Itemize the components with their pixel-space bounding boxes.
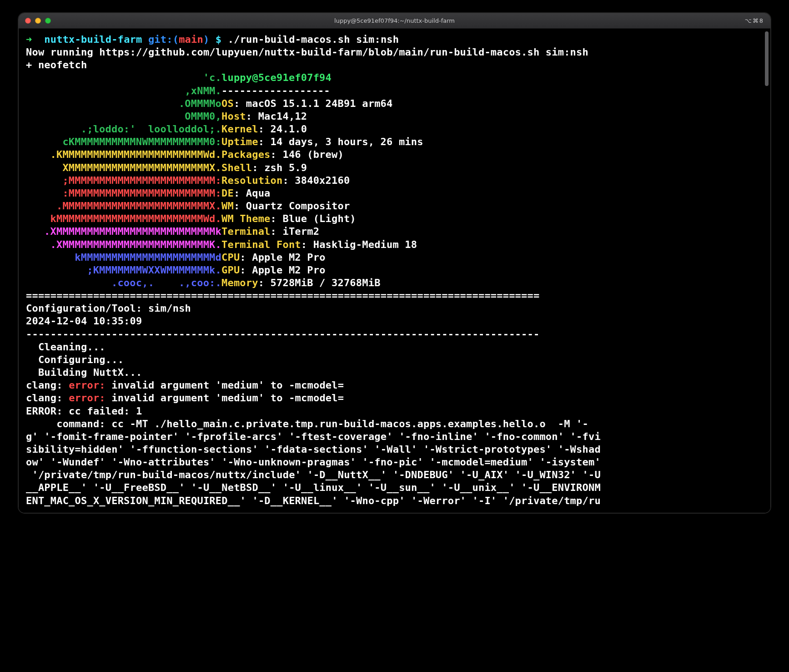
nf-val: Apple M2 Pro	[252, 264, 325, 276]
nf-val: 3840x2160	[295, 175, 350, 186]
prompt-git-close: )	[203, 34, 209, 45]
nf-val: Mac14,12	[258, 111, 307, 122]
window-title: luppy@5ce91ef07f94:~/nuttx-build-farm	[19, 17, 770, 24]
divider-equals: ========================================…	[26, 290, 539, 301]
divider-dashes: ----------------------------------------…	[26, 328, 539, 340]
nf-val: macOS 15.1.1 24B91 arm64	[246, 98, 393, 109]
nf-key: Host	[221, 111, 246, 122]
minimize-icon[interactable]	[35, 18, 41, 24]
nf-key: Resolution	[221, 175, 282, 186]
clang-error-line: clang: error: invalid argument 'medium' …	[26, 392, 344, 404]
nf-val: Hasklig-Medium 18	[313, 239, 417, 250]
nf-key: OS	[221, 98, 234, 109]
nf-key: Shell	[221, 162, 252, 173]
nf-val: Blue (Light)	[282, 213, 356, 224]
prompt-dir: nuttx-build-farm	[44, 34, 142, 45]
nf-val: zsh 5.9	[264, 162, 307, 173]
neofetch-block: 'c. ,xNMM. .OMMMMo OMMM0, .;loddo:' lool…	[26, 71, 423, 289]
nf-key: Kernel	[221, 123, 258, 135]
output-line: + neofetch	[26, 59, 87, 71]
nf-key: Memory	[221, 277, 258, 288]
nf-key: DE	[221, 187, 234, 199]
nf-val: 5728MiB / 32768MiB	[271, 277, 381, 288]
prompt-branch: main	[179, 34, 203, 45]
step-cleaning: Cleaning...	[26, 341, 106, 353]
neofetch-info: luppy@5ce91ef07f94 ------------------ OS…	[221, 71, 423, 289]
nf-val: 14 days, 3 hours, 26 mins	[271, 136, 423, 147]
nf-val: Aqua	[246, 187, 271, 199]
nf-key: GPU	[221, 264, 240, 276]
error-word: error:	[69, 379, 106, 391]
nf-key: WM	[221, 200, 234, 212]
nf-val: iTerm2	[282, 226, 319, 237]
nf-key: Packages	[221, 149, 271, 160]
nf-key: CPU	[221, 252, 240, 263]
nf-key: Uptime	[221, 136, 258, 147]
cc-command-dump: command: cc -MT ./hello_main.c.private.t…	[26, 418, 601, 506]
step-configuring: Configuring...	[26, 354, 124, 365]
close-icon[interactable]	[25, 18, 31, 24]
neofetch-ascii: 'c. ,xNMM. .OMMMMo OMMM0, .;loddo:' lool…	[26, 71, 221, 289]
prompt-git-open: git:(	[148, 34, 179, 45]
terminal-window: luppy@5ce91ef07f94:~/nuttx-build-farm ⌥⌘…	[18, 13, 771, 513]
traffic-lights	[25, 18, 51, 24]
error-word: error:	[69, 392, 106, 404]
scrollbar-thumb[interactable]	[765, 31, 769, 86]
nf-val: 24.1.0	[271, 123, 307, 135]
nf-val: Quartz Compositor	[246, 200, 350, 212]
nf-key: Terminal Font	[221, 239, 301, 250]
step-building: Building NuttX...	[26, 367, 142, 378]
nf-key: Terminal	[221, 226, 271, 237]
nf-divider: ------------------	[221, 85, 330, 96]
output-line: Now running https://github.com/lupyuen/n…	[26, 46, 588, 58]
prompt-arrow: ➜	[26, 34, 32, 45]
nf-key: WM Theme	[221, 213, 271, 224]
nf-header: luppy@5ce91ef07f94	[221, 72, 332, 83]
timestamp: 2024-12-04 10:35:09	[26, 315, 142, 327]
nf-val: 146 (brew)	[282, 149, 343, 160]
prompt-dollar: $	[216, 34, 221, 45]
titlebar-shortcut-hint: ⌥⌘8	[745, 17, 764, 24]
zoom-icon[interactable]	[45, 18, 51, 24]
terminal-content[interactable]: ➜ nuttx-build-farm git:(main) $ ./run-bu…	[19, 29, 770, 513]
clang-error-line: clang: error: invalid argument 'medium' …	[26, 379, 344, 391]
nf-val: Apple M2 Pro	[252, 252, 325, 263]
prompt-command: ./run-build-macos.sh sim:nsh	[228, 34, 399, 45]
config-line: Configuration/Tool: sim/nsh	[26, 303, 191, 314]
cc-error-line: ERROR: cc failed: 1	[26, 405, 142, 417]
titlebar: luppy@5ce91ef07f94:~/nuttx-build-farm ⌥⌘…	[19, 13, 770, 29]
